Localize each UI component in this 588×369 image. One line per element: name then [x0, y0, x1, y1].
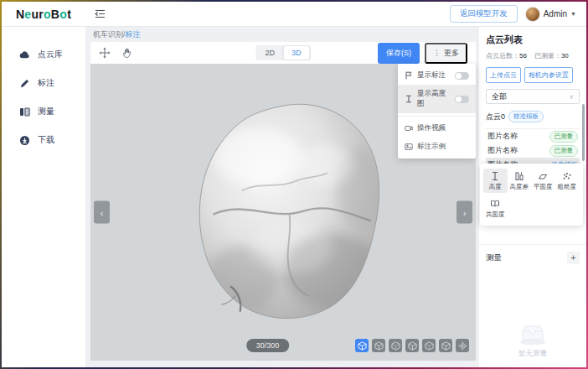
- tool-flatness[interactable]: 平面度: [531, 169, 555, 193]
- menu-item-operation-video[interactable]: 操作视频: [398, 119, 476, 138]
- filter-select[interactable]: 全部 ∨: [486, 89, 580, 104]
- header-right: 返回模型开发 Admin ▼: [450, 5, 586, 23]
- breadcrumb-parent[interactable]: 机车识别: [93, 30, 123, 39]
- user-menu[interactable]: Admin ▼: [525, 7, 576, 22]
- app-window: NeuroBot 返回模型开发 Admin ▼ 点云库 标注: [0, 0, 588, 369]
- sidebar-item-label: 下载: [38, 134, 54, 146]
- image-row[interactable]: 图片名称 已测量: [486, 143, 580, 158]
- view-top-button[interactable]: [439, 339, 452, 352]
- view-3d-tab[interactable]: 3D: [283, 46, 310, 60]
- menu-item-label: 标注示例: [417, 142, 446, 152]
- next-image-button[interactable]: ›: [456, 201, 472, 224]
- chevron-down-icon: ∨: [569, 93, 574, 101]
- caret-down-icon: ▼: [570, 11, 576, 17]
- tool-label: 粗糙度: [558, 183, 577, 191]
- coplanarity-tool-icon: [490, 199, 500, 209]
- panel-stats: 点云总数：56 已测量：30: [486, 51, 580, 60]
- avatar[interactable]: [525, 7, 540, 22]
- tool-height-diff[interactable]: 高度差: [508, 169, 532, 193]
- tool-height[interactable]: 高度: [483, 169, 508, 193]
- ellipsis-icon: ⋮: [433, 49, 441, 57]
- measured-tag: 已测量: [549, 131, 579, 143]
- menu-fold-icon[interactable]: [95, 8, 106, 19]
- cloud-icon: [19, 49, 30, 60]
- tooth-3d-model: [172, 92, 395, 329]
- sidebar-item-label: 测量: [38, 106, 54, 117]
- pointcloud-item[interactable]: 点云0 校准模板: [486, 104, 580, 129]
- height-diff-tool-icon: [514, 171, 524, 181]
- tool-coplanarity[interactable]: 共面度: [483, 196, 508, 221]
- save-button[interactable]: 保存(S): [378, 43, 420, 64]
- stat-measured: 已测量：30: [534, 51, 569, 60]
- canvas-toolbar: 2D 3D 保存(S) ⋮更多: [90, 42, 476, 64]
- view-back-button[interactable]: [389, 339, 402, 352]
- prev-image-button[interactable]: ‹: [94, 201, 110, 224]
- sidebar-item-measure[interactable]: 测量: [2, 97, 85, 126]
- chevron-left-icon: ‹: [101, 207, 104, 217]
- upload-pointcloud-button[interactable]: 上传点云: [486, 67, 521, 83]
- add-measure-button[interactable]: +: [567, 252, 580, 264]
- empty-state-text: 暂无测量: [518, 349, 547, 359]
- menu-item-show-heightmap[interactable]: 显示高度图: [398, 85, 476, 113]
- stat-total-value: 56: [519, 52, 527, 60]
- tool-label: 高度差: [510, 183, 529, 191]
- list-scrollbar-thumb[interactable]: [582, 104, 585, 161]
- view-right-button[interactable]: [422, 339, 436, 352]
- height-tool-icon: [490, 171, 500, 181]
- measure-title: 测量: [486, 252, 502, 263]
- pointcloud-name: 点云0: [486, 112, 505, 122]
- view-iso-button[interactable]: [355, 339, 369, 352]
- logo-letter: o: [44, 8, 51, 21]
- app-logo: NeuroBot: [2, 8, 85, 21]
- tool-label: 共面度: [486, 210, 505, 219]
- video-icon: [405, 124, 413, 133]
- sidebar-item-label: 标注: [38, 77, 54, 89]
- breadcrumb: 机车识别/标注: [85, 27, 477, 42]
- user-name: Admin: [544, 9, 567, 18]
- back-to-model-dev-button[interactable]: 返回模型开发: [450, 5, 518, 23]
- show-heightmap-toggle[interactable]: [455, 96, 469, 103]
- download-icon: [19, 135, 30, 146]
- stat-total-label: 点云总数：: [486, 52, 519, 60]
- empty-state: 暂无测量: [486, 321, 580, 362]
- tool-label: 平面度: [534, 183, 553, 191]
- sidebar-item-download[interactable]: 下载: [2, 126, 85, 154]
- panel-title: 点云列表: [486, 34, 580, 46]
- stat-measured-value: 30: [561, 52, 569, 60]
- pointcloud-list-panel: 点云列表 点云总数：56 已测量：30 上传点云 相机内参设置 全部 ∨ 点云0…: [479, 27, 586, 367]
- ruler-icon: [19, 107, 30, 117]
- workspace-card: 2D 3D 保存(S) ⋮更多: [90, 42, 476, 361]
- more-button[interactable]: ⋮更多: [425, 43, 467, 64]
- menu-item-annotation-example[interactable]: 标注示例: [398, 138, 476, 156]
- flag-icon: [405, 71, 413, 80]
- view-front-button[interactable]: [372, 339, 385, 352]
- toolbar-right: 保存(S) ⋮更多: [378, 43, 467, 64]
- show-annotation-toggle[interactable]: [455, 72, 469, 80]
- image-row[interactable]: 图片名称 已测量: [486, 129, 580, 143]
- hand-grab-icon[interactable]: [121, 47, 133, 59]
- top-header: NeuroBot 返回模型开发 Admin ▼: [2, 2, 586, 27]
- canvas-tools: [99, 47, 133, 59]
- height-map-icon: [405, 95, 413, 103]
- camera-params-button[interactable]: 相机内参设置: [524, 67, 573, 83]
- menu-item-show-annotation[interactable]: 显示标注: [398, 66, 476, 85]
- pen-icon: [19, 78, 30, 89]
- tool-roughness[interactable]: 粗糙度: [555, 169, 580, 193]
- stat-measured-label: 已测量：: [534, 52, 561, 60]
- panel-buttons: 上传点云 相机内参设置: [486, 67, 580, 83]
- view-mode-segment: 2D 3D: [255, 45, 310, 60]
- breadcrumb-current: 标注: [126, 30, 141, 39]
- image-name: 图片名称: [487, 131, 518, 142]
- flatness-tool-icon: [538, 171, 548, 181]
- locate-reset-button[interactable]: [456, 339, 469, 352]
- view-2d-tab[interactable]: 2D: [256, 46, 283, 60]
- filter-select-value: 全部: [492, 91, 507, 102]
- sidebar-item-label: 点云库: [38, 49, 63, 60]
- pan-move-icon[interactable]: [99, 47, 111, 59]
- view-left-button[interactable]: [405, 339, 419, 352]
- more-dropdown-menu: 显示标注 显示高度图 操作视频 标注示例: [398, 64, 476, 159]
- tool-label: 高度: [489, 183, 502, 191]
- image-pager-badge: 30/300: [246, 339, 290, 352]
- sidebar-item-pointcloud-lib[interactable]: 点云库: [2, 40, 85, 69]
- sidebar-item-annotate[interactable]: 标注: [2, 69, 85, 97]
